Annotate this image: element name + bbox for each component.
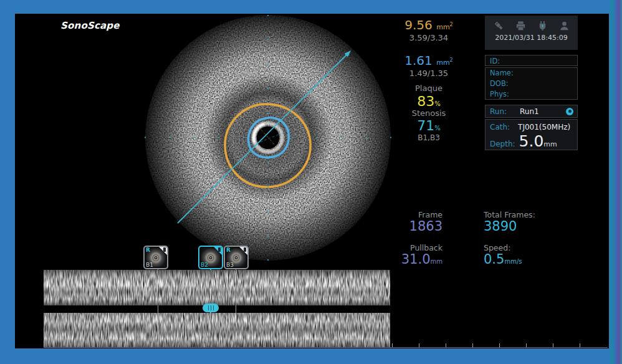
speed-label: Speed: xyxy=(484,243,577,252)
catheter-panel: Cath: TJ001(50MHz) Depth: 5.0 mm xyxy=(485,119,578,150)
delete-icon[interactable] xyxy=(163,247,166,252)
vessel-diameters: 3.59/3.34 xyxy=(391,33,466,42)
total-frames-label: Total Frames: xyxy=(484,210,577,219)
plaque-label: Plaque xyxy=(391,84,466,93)
frame-gradient-edge xyxy=(608,0,622,364)
pullback-ruler-baseline xyxy=(44,347,608,348)
lumen-diameters: 1.49/1.35 xyxy=(391,69,466,78)
phys-label: Phys: xyxy=(486,89,577,100)
run-label: Run: xyxy=(490,107,507,116)
stenosis-reference-bookmarks: B1,B3 xyxy=(391,133,466,142)
id-label: ID: xyxy=(486,55,577,65)
power-icon[interactable] xyxy=(537,20,548,32)
vessel-area-value: 9.56 mm2 xyxy=(391,17,466,32)
bookmark-label: B1 xyxy=(146,262,153,268)
pullback-value: 31.0mm xyxy=(368,252,443,267)
stenosis-label: Stenosis xyxy=(391,108,466,118)
depth-unit: mm xyxy=(543,140,557,148)
stenosis-value: 71% xyxy=(391,118,466,133)
pullback-label: Pullback xyxy=(368,243,443,252)
main-screen: SonoScape xyxy=(15,14,609,348)
ivus-image[interactable] xyxy=(143,14,393,263)
name-label: Name: xyxy=(486,68,577,79)
delete-icon[interactable] xyxy=(218,247,221,252)
reference-flag: R xyxy=(146,247,150,253)
dob-label: DOB: xyxy=(486,79,577,89)
patient-id-field: ID: xyxy=(485,55,578,66)
grip-lines-icon xyxy=(208,305,214,310)
user-icon[interactable] xyxy=(558,20,570,32)
system-toolbar: 2021/03/31 18:45:09 xyxy=(485,16,578,50)
brand-logo: SonoScape xyxy=(60,20,120,31)
total-frames-value: 3890 xyxy=(484,219,577,234)
lumen-area-value: 1.61 mm2 xyxy=(391,53,466,68)
cath-label: Cath: xyxy=(490,123,510,132)
speed-value: 0.5mm/s xyxy=(484,252,577,267)
frame-value: 1863 xyxy=(368,219,443,234)
patient-info-panel: Name: DOB: Phys: xyxy=(485,67,578,100)
bookmark-thumb-b1[interactable]: R B1 xyxy=(143,246,168,269)
bookmark-label: B2 xyxy=(201,262,208,268)
datetime-display: 2021/03/31 18:45:09 xyxy=(485,34,578,42)
run-value: Run1 xyxy=(520,107,539,116)
ild-strip-upper[interactable] xyxy=(44,270,390,305)
run-selector[interactable]: Run: Run1 xyxy=(485,105,578,118)
reference-flag: R xyxy=(226,247,231,253)
bookmark-thumb-b2[interactable]: B2 xyxy=(198,246,223,269)
run-info-icon[interactable] xyxy=(566,108,573,115)
printer-icon[interactable] xyxy=(515,20,527,32)
frame-cursor-handle[interactable] xyxy=(203,304,219,312)
cath-value: TJ001(50MHz) xyxy=(518,123,570,132)
depth-label: Depth: xyxy=(490,140,515,148)
bookmark-thumb-b3[interactable]: R B3 xyxy=(224,246,249,269)
frame-label: Frame xyxy=(368,210,443,219)
delete-icon[interactable] xyxy=(244,247,246,252)
ivus-tomographic-view[interactable] xyxy=(143,14,393,263)
plaque-value: 83% xyxy=(391,93,466,109)
usb-icon[interactable] xyxy=(493,20,505,32)
depth-value: 5.0 xyxy=(519,132,544,150)
device-frame: SonoScape xyxy=(0,0,622,364)
bookmark-label: B3 xyxy=(226,262,234,268)
